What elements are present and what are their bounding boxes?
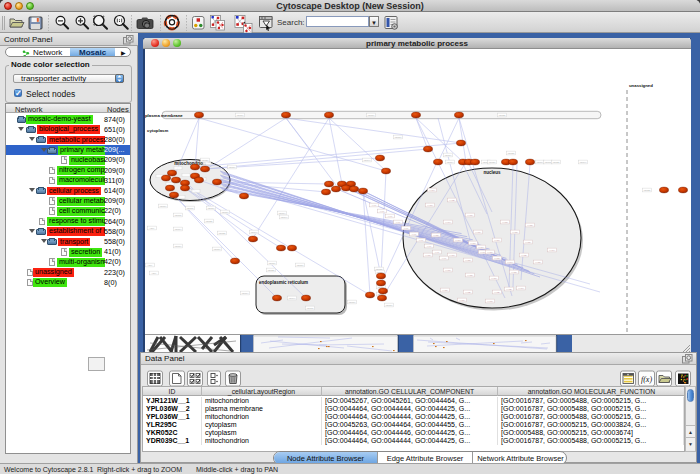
svg-text:(Gm1): (Gm1) (213, 248, 220, 251)
svg-text:(Gm9): (Gm9) (536, 161, 543, 164)
svg-text:(Gm1): (Gm1) (394, 136, 401, 139)
svg-text:f(x): f(x) (641, 375, 652, 384)
svg-text:(Gm4): (Gm4) (280, 216, 287, 219)
svg-text:(Gm2): (Gm2) (498, 114, 505, 117)
svg-text:(Yn9): (Yn9) (455, 239, 461, 242)
svg-text:plasma membrane: plasma membrane (145, 113, 183, 118)
svg-text:(Gm9): (Gm9) (446, 161, 453, 164)
svg-text:nucleus: nucleus (483, 170, 501, 175)
svg-text:(Yn6): (Yn6) (494, 239, 500, 242)
svg-text:(Yn2): (Yn2) (521, 254, 527, 257)
svg-text:(Gx): (Gx) (152, 272, 157, 275)
svg-text:(Yn9): (Yn9) (478, 246, 484, 249)
svg-text:(Yc): (Yc) (404, 227, 409, 230)
svg-text:(Yn6): (Yn6) (491, 277, 497, 280)
svg-text:(Yc): (Yc) (435, 251, 440, 254)
svg-text:(Yn4): (Yn4) (507, 261, 513, 264)
svg-text:(Gm2): (Gm2) (643, 189, 650, 192)
svg-text:(Gm9): (Gm9) (241, 292, 248, 295)
svg-text:(Gm6): (Gm6) (174, 245, 181, 248)
svg-text:cytoplasm: cytoplasm (147, 128, 168, 133)
svg-text:(Gm3): (Gm3) (186, 207, 193, 210)
svg-text:(Gm7): (Gm7) (367, 114, 374, 117)
svg-text:(Gm3): (Gm3) (174, 214, 181, 217)
svg-text:(Gm2): (Gm2) (552, 161, 559, 164)
svg-text:(Gm7): (Gm7) (236, 114, 243, 117)
svg-text:(Yn5): (Yn5) (535, 261, 541, 264)
svg-text:(Gm1): (Gm1) (385, 304, 392, 307)
svg-text:(Yn6): (Yn6) (470, 242, 476, 245)
svg-text:(Yn2): (Yn2) (506, 288, 512, 291)
svg-text:(Yn7): (Yn7) (475, 231, 481, 234)
svg-text:(Yc): (Yc) (427, 245, 432, 248)
svg-text:(Gx): (Gx) (148, 264, 153, 267)
svg-text:(Yn5): (Yn5) (465, 259, 471, 262)
svg-text:(Yn6): (Yn6) (449, 254, 455, 257)
svg-text:(Gm7): (Gm7) (228, 166, 235, 169)
svg-text:(Yn8): (Yn8) (433, 234, 439, 237)
svg-text:(Gm7): (Gm7) (348, 301, 355, 304)
svg-text:(Gm9): (Gm9) (174, 228, 181, 231)
svg-text:(Yc): (Yc) (412, 233, 417, 236)
svg-text:(Gm4): (Gm4) (250, 231, 257, 234)
svg-text:(Gm1): (Gm1) (221, 211, 228, 214)
svg-text:(Yn9): (Yn9) (549, 249, 555, 252)
svg-text:(Gm5): (Gm5) (488, 161, 495, 164)
svg-text:(Gm4): (Gm4) (579, 161, 586, 164)
svg-text:(Yn3): (Yn3) (494, 257, 500, 260)
svg-text:(Yn7): (Yn7) (445, 269, 451, 272)
svg-text:(Gm1): (Gm1) (296, 264, 303, 267)
svg-text:(Gm6): (Gm6) (444, 154, 451, 157)
svg-text:(Gm6): (Gm6) (159, 205, 166, 208)
svg-text:(Gm2): (Gm2) (205, 220, 212, 223)
svg-text:(Gm1): (Gm1) (268, 262, 275, 265)
svg-text:(Yn9): (Yn9) (429, 189, 435, 192)
svg-text:(Yn8): (Yn8) (467, 274, 473, 277)
svg-text:(Yc): (Yc) (419, 239, 424, 242)
svg-text:(Yn3): (Yn3) (502, 221, 508, 224)
svg-text:(Gm5): (Gm5) (201, 159, 208, 162)
svg-text:(Yn1): (Yn1) (425, 254, 431, 257)
svg-text:(Gm3): (Gm3) (544, 161, 551, 164)
svg-text:(Yc): (Yc) (442, 257, 447, 260)
svg-text:(Gm7): (Gm7) (207, 207, 214, 210)
svg-text:(Yc): (Yc) (372, 204, 377, 207)
svg-text:(Yn1): (Yn1) (467, 214, 473, 217)
svg-text:(Gx): (Gx) (150, 227, 155, 230)
svg-text:(Yn8): (Yn8) (512, 231, 518, 234)
svg-text:(Gm4): (Gm4) (363, 159, 370, 162)
svg-text:(Gm9): (Gm9) (278, 212, 285, 215)
svg-text:(Yn8): (Yn8) (511, 271, 517, 274)
svg-text:(Yn7): (Yn7) (459, 299, 465, 302)
svg-text:(Yn4): (Yn4) (480, 251, 486, 254)
svg-text:endoplasmic reticulum: endoplasmic reticulum (259, 280, 308, 285)
svg-text:(Yn8): (Yn8) (525, 241, 531, 244)
svg-text:(Gm4): (Gm4) (288, 297, 295, 300)
svg-text:(Yn2): (Yn2) (465, 291, 471, 294)
svg-text:(Yc): (Yc) (396, 221, 401, 224)
svg-text:(Yn5): (Yn5) (442, 289, 448, 292)
svg-text:(Yc): (Yc) (388, 215, 393, 218)
svg-text:(Yc): (Yc) (380, 210, 385, 213)
svg-text:(Yn2): (Yn2) (494, 291, 500, 294)
svg-text:(Yn2): (Yn2) (449, 199, 455, 202)
svg-text:(Yn4): (Yn4) (445, 221, 451, 224)
svg-text:(Gm3): (Gm3) (306, 307, 313, 310)
svg-text:unassigned: unassigned (629, 83, 653, 88)
svg-text:(Gm2): (Gm2) (507, 152, 514, 155)
svg-text:(Gm2): (Gm2) (218, 232, 225, 235)
svg-text:(Yn6): (Yn6) (487, 251, 493, 254)
svg-text:(Yn9): (Yn9) (518, 287, 524, 290)
svg-text:(Yn8): (Yn8) (527, 224, 533, 227)
svg-text:(Yn3): (Yn3) (487, 300, 493, 303)
svg-text:(Yn6): (Yn6) (427, 204, 433, 207)
svg-text:(Gm2): (Gm2) (267, 269, 274, 272)
